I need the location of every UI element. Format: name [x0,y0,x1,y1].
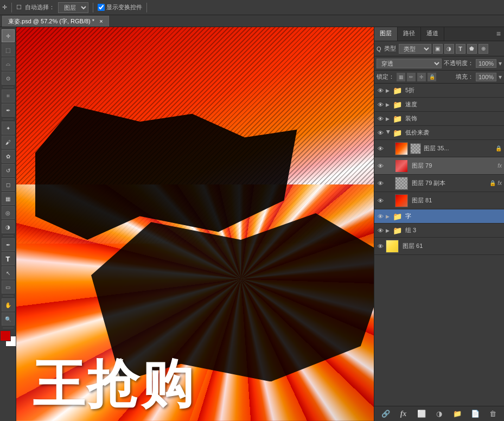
layer-item-79-copy[interactable]: 👁 图层 79 副本 🔒 fx [374,175,504,192]
gradient-tool[interactable]: ▦ [2,192,15,205]
add-mask-button[interactable]: ⬜ [416,409,427,419]
lock-bar: 锁定： ▦ ✏ ✛ 🔒 填充： ▾ [374,71,504,84]
blend-mode-select[interactable]: 穿透 [377,59,442,68]
marquee-tool[interactable]: ⬚ [2,43,15,56]
channels-tab[interactable]: 通道 [421,27,444,41]
tool-sep4 [3,296,14,296]
expand-dijia[interactable]: ▶ [386,130,391,136]
eye-79copy[interactable]: 👁 [377,180,384,187]
eye-zhuangshi[interactable]: 👁 [377,115,384,123]
eye-81[interactable]: 👁 [377,197,384,205]
delete-layer-button[interactable]: 🗑 [488,409,499,419]
thumb-79copy [395,177,408,190]
eraser-tool[interactable]: ◻ [2,178,15,191]
eye-35[interactable]: 👁 [377,145,384,152]
brush-tool[interactable]: 🖌 [2,136,15,149]
layer-name-zi: 字 [405,212,502,220]
opacity-arrow[interactable]: ▾ [499,60,502,67]
eye-79[interactable]: 👁 [377,162,384,170]
filter-icon-adjust[interactable]: ◑ [444,44,454,54]
foreground-color[interactable] [0,330,11,341]
eye-dijia[interactable]: 👁 [377,129,384,137]
shape-tool[interactable]: ▭ [2,280,15,294]
eye-zi[interactable]: 👁 [377,213,384,220]
lock-paint-btn[interactable]: ✏ [407,73,416,81]
quick-select-tool[interactable]: ⊙ [2,72,15,85]
show-transform-checkbox[interactable]: 显示变换控件 [98,3,142,11]
layers-list[interactable]: 👁 ▶ 📁 5折 👁 ▶ 📁 速度 👁 ▶ 📁 装饰 👁 [374,84,504,406]
paths-tab[interactable]: 路径 [398,27,421,41]
blur-tool[interactable]: ◎ [2,206,15,219]
expand-5zhe[interactable]: ▶ [386,88,391,93]
filter-type-select[interactable]: 类型 [399,44,431,54]
layer-item-79[interactable]: 👁 图层 79 fx [374,157,504,175]
fill-arrow[interactable]: ▾ [499,73,502,81]
adjustment-layer-button[interactable]: ◑ [434,409,445,419]
canvas-area[interactable]: 王抢购 [16,27,374,421]
clone-stamp-tool[interactable]: ✿ [2,150,15,163]
fx-badge-79: fx [497,163,502,169]
blend-mode-bar: 穿透 不透明度： ▾ [374,56,504,71]
thumb-61 [386,240,399,253]
lock-all-btn[interactable]: 🔒 [428,73,436,81]
new-layer-button[interactable]: 📄 [470,409,481,419]
fill-label: 填充： [456,73,474,81]
move-tool[interactable]: ✛ [2,29,15,42]
filter-icon-smart[interactable]: ⊕ [479,44,488,54]
type-tool[interactable]: T [2,252,15,265]
thumb-81 [395,194,408,207]
left-toolbar: ✛ ⬚ ⌓ ⊙ ⌗ ✒ ✦ 🖌 ✿ ↺ ◻ ▦ ◎ ◑ ✒ T ↖ ▭ ✋ 🔍 [0,27,16,421]
expand-zhuangshi[interactable]: ▶ [386,116,391,122]
layer-item-35[interactable]: 👁 图层 35... 🔒 [374,140,504,157]
healing-brush-tool[interactable]: ✦ [2,122,15,135]
new-group-button[interactable]: 📁 [452,409,463,419]
panel-menu-icon[interactable]: ≡ [493,27,504,41]
auto-select-dropdown[interactable]: 图层 [58,2,88,13]
close-tab-button[interactable]: × [99,18,103,24]
crop-tool[interactable]: ⌗ [2,90,15,103]
expand-sudu[interactable]: ▶ [386,102,391,107]
layer-item-zi[interactable]: 👁 ▶ 📁 字 [374,209,504,224]
expand-zi[interactable]: ▶ [386,214,391,219]
expand-group3[interactable]: ▶ [386,228,391,233]
document-tab[interactable]: 束姿.psd @ 57.2% (字, RGB/8) * × [2,16,109,27]
layer-item-61[interactable]: 👁 图层 61 [374,238,504,255]
filter-icon-text[interactable]: T [456,44,465,54]
eyedropper-tool[interactable]: ✒ [2,104,15,117]
layer-name-81: 图层 81 [412,196,502,205]
layer-item-zhuangshi[interactable]: 👁 ▶ 📁 装饰 [374,112,504,126]
fx-button[interactable]: fx [398,409,409,419]
color-swatches[interactable] [0,330,16,347]
opacity-input[interactable] [476,59,496,68]
pen-tool[interactable]: ✒ [2,238,15,251]
eye-sudu[interactable]: 👁 [377,101,384,109]
eye-group3[interactable]: 👁 [377,227,384,234]
lock-position-btn[interactable]: ✛ [417,73,426,81]
tool-sep1 [3,87,14,87]
filter-icon-pixel[interactable]: ▣ [433,44,443,54]
canvas-image[interactable]: 王抢购 [16,27,374,421]
filter-icon-shape[interactable]: ⬟ [467,44,477,54]
dodge-tool[interactable]: ◑ [2,220,15,233]
fill-input[interactable] [476,73,496,81]
layers-tab[interactable]: 图层 [374,27,398,41]
layer-item-81[interactable]: 👁 图层 81 [374,192,504,209]
lock-icon-35: 🔒 [495,145,502,151]
hand-tool[interactable]: ✋ [2,298,15,311]
lasso-tool[interactable]: ⌓ [2,58,15,71]
layer-item-5zhe[interactable]: 👁 ▶ 📁 5折 [374,84,504,98]
layer-item-dijia[interactable]: 👁 ▶ 📁 低价来袭 [374,126,504,140]
link-layers-button[interactable]: 🔗 [380,409,391,419]
layer-item-group3[interactable]: 👁 ▶ 📁 组 3 [374,224,504,238]
eye-61[interactable]: 👁 [377,243,384,250]
fx-badge-79copy: fx [497,180,502,186]
zoom-tool[interactable]: 🔍 [2,312,15,326]
folder-icon-5zhe: 📁 [393,86,404,95]
lock-transparent-btn[interactable]: ▦ [397,73,405,81]
tab-bar: 束姿.psd @ 57.2% (字, RGB/8) * × [0,15,504,27]
eye-5zhe[interactable]: 👁 [377,87,384,94]
path-selection-tool[interactable]: ↖ [2,266,15,279]
lock-icon-79copy: 🔒 [489,180,496,186]
layer-item-sudu[interactable]: 👁 ▶ 📁 速度 [374,98,504,112]
history-brush-tool[interactable]: ↺ [2,164,15,177]
